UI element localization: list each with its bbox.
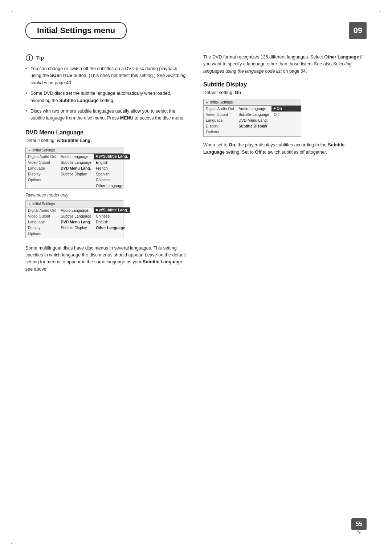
- left-column: Tip You can change or switch off the sub…: [25, 54, 189, 273]
- chapter-title: Initial Settings menu: [25, 22, 127, 39]
- table-row: Options Chinese: [26, 177, 130, 183]
- table-row: Digital Audio Out Audio Language ■ w/Sub…: [26, 207, 130, 213]
- subtitle-menu-title: ▸ Initial Settings: [204, 99, 301, 106]
- menu-box-title-1: ▸ Initial Settings: [26, 147, 123, 154]
- page-container: Initial Settings menu 09 Tip: [0, 0, 392, 555]
- page-language: En: [356, 531, 361, 535]
- table-row: Video Output Subtitle Language Off: [204, 112, 301, 117]
- table-row: [204, 135, 301, 136]
- table-row: Language DVD Menu Lang. French: [26, 165, 130, 171]
- subtitle-display-default: Default setting: On: [203, 90, 367, 95]
- menu-box-title-2: ▸ Initial Settings: [26, 201, 123, 207]
- tip-icon: [25, 54, 33, 62]
- subtitle-menu-arrow-icon: ▸: [207, 101, 208, 104]
- taiwanese-label: Taiwanese model only: [25, 193, 189, 198]
- table-row: Language DVD Menu Lang. English: [26, 219, 130, 225]
- corner-dot-bl: [11, 543, 12, 544]
- subtitle-display-heading: Subtitle Display: [203, 81, 367, 88]
- table-row: Display Subtitle Display Other Language: [26, 225, 130, 231]
- table-row: Display Subtitle Display: [204, 123, 301, 129]
- bottom-paragraph: Some multilingual discs have disc menus …: [25, 245, 189, 273]
- table-row: Video Output Subtitle Language English: [26, 159, 130, 165]
- table-row: Options: [204, 129, 301, 135]
- dvd-menu-screenshot-1: ▸ Initial Settings Digital Audio Out Aud…: [25, 147, 123, 189]
- menu-table-1: Digital Audio Out Audio Language ■ w/Sub…: [26, 154, 130, 189]
- right-column: The DVD format recognizes 136 different …: [203, 54, 367, 273]
- tip-header: Tip: [25, 54, 189, 62]
- dvd-menu-language-default: Default setting: w/Subtitle Lang.: [25, 138, 189, 143]
- tip-list: You can change or switch off the subtitl…: [25, 65, 189, 122]
- table-row: Digital Audio Out Audio Language ■ w/Sub…: [26, 154, 130, 159]
- content-columns: Tip You can change or switch off the sub…: [25, 54, 367, 273]
- menu-table-2: Digital Audio Out Audio Language ■ w/Sub…: [26, 207, 130, 238]
- tip-label: Tip: [36, 55, 44, 61]
- table-row: Digital Audio Out Audio Language ■ On: [204, 106, 301, 112]
- tip-item-1: You can change or switch off the subtitl…: [25, 65, 189, 86]
- page-number-box: 55 En: [351, 518, 367, 535]
- table-row: [26, 236, 130, 238]
- subtitle-menu-table: Digital Audio Out Audio Language ■ On Vi…: [204, 106, 301, 136]
- tip-box: Tip You can change or switch off the sub…: [25, 54, 189, 122]
- subtitle-display-menu: ▸ Initial Settings Digital Audio Out Aud…: [203, 99, 301, 137]
- menu-arrow-icon-2: ▸: [29, 202, 30, 206]
- corner-dot-tr: [380, 11, 381, 12]
- table-row: Options: [26, 231, 130, 236]
- chapter-number: 09: [349, 22, 367, 39]
- dvd-menu-language-heading: DVD Menu Language: [25, 129, 189, 136]
- table-row: Language DVD Menu Lang.: [204, 117, 301, 123]
- table-row: Other Language: [26, 183, 130, 189]
- right-intro-text: The DVD format recognizes 136 different …: [203, 54, 367, 75]
- corner-dot-tl: [11, 11, 12, 12]
- menu-arrow-icon-1: ▸: [29, 148, 30, 152]
- svg-point-1: [29, 56, 30, 57]
- title-text: Initial Settings menu: [37, 26, 115, 35]
- tip-item-3: Discs with two or more subtitle language…: [25, 108, 189, 122]
- tip-item-2: Some DVD discs set the subtitle language…: [25, 90, 189, 104]
- page-header: Initial Settings menu 09: [25, 22, 367, 39]
- subtitle-display-description: When set to On, the player displays subt…: [203, 142, 367, 156]
- dvd-menu-screenshot-2: ▸ Initial Settings Digital Audio Out Aud…: [25, 200, 123, 238]
- table-row: Display Subtitle Display Spanish: [26, 171, 130, 177]
- page-number-badge: 55: [351, 518, 367, 530]
- table-row: Video Output Subtitle Language Chinese: [26, 213, 130, 219]
